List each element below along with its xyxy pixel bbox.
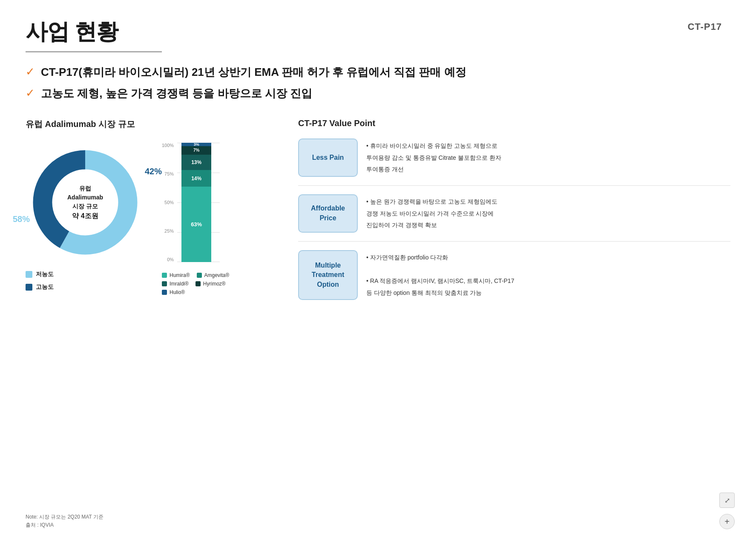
plus-icon: +: [724, 517, 730, 527]
expand-button[interactable]: ⤢: [719, 493, 735, 508]
vp-box-less-pain: Less Pain: [298, 138, 358, 177]
value-point-title: CT-P17 Value Point: [298, 118, 730, 128]
vp-card-affordable: AffordablePrice • 높은 원가 경쟁력을 바탕으로 고농도 제형…: [298, 194, 730, 242]
bar-label-4: 7%: [193, 148, 199, 153]
legend-imraldi: Imraldi®: [162, 281, 189, 287]
vp-label-affordable: AffordablePrice: [311, 204, 345, 223]
dot-amgevita: [197, 273, 202, 278]
bullet-section: ✓ CT-P17(휴미라 바이오시밀러) 21년 상반기 EMA 판매 허가 후…: [26, 64, 730, 101]
expand-icon: ⤢: [724, 496, 730, 505]
bar-label-1: 63%: [191, 221, 202, 228]
bar-seg-1: 63%: [181, 187, 211, 262]
note-line-2: 출처 : IQVIA: [26, 521, 103, 529]
ct-label: CT-P17: [687, 21, 722, 32]
bar-legend: Humira® Amgevita® Imraldi® Hyrimoz®: [162, 272, 247, 295]
check-icon-2: ✓: [26, 86, 35, 100]
stacked-bar: 63% 14% 13% 7%: [177, 143, 220, 262]
dot-hyrimoz: [195, 281, 201, 286]
right-panel: CT-P17 Value Point Less Pain • 휴미라 바이오시밀…: [298, 118, 730, 317]
vp-card-multiple: MultipleTreatmentOption • 자가면역질환 portfol…: [298, 250, 730, 308]
vp-label-multiple: MultipleTreatmentOption: [312, 261, 344, 289]
bar-chart-area: 100% 75% 50% 25% 0%: [162, 143, 247, 295]
left-panel: 유럽 Adalimumab 시장 규모 유럽: [26, 118, 273, 317]
donut-legend: 저농도 고농도: [26, 271, 153, 291]
bar-seg-4: 7%: [181, 146, 211, 155]
y-axis: 100% 75% 50% 25% 0%: [162, 143, 174, 262]
bullet-text-1: CT-P17(휴미라 바이오시밀러) 21년 상반기 EMA 판매 허가 후 유…: [41, 64, 466, 80]
legend-item-high: 고농도: [26, 283, 153, 291]
bar-seg-2: 14%: [181, 170, 211, 187]
donut-chart: 유럽 Adalimumab 시장 규모 약 4조원 58% 42%: [26, 143, 145, 262]
dot-imraldi: [162, 281, 167, 286]
bullet-item-2: ✓ 고농도 제형, 높은 가격 경쟁력 등을 바탕으로 시장 진입: [26, 86, 730, 101]
bullet-item-1: ✓ CT-P17(휴미라 바이오시밀러) 21년 상반기 EMA 판매 허가 후…: [26, 64, 730, 80]
legend-humira: Humira®: [162, 272, 190, 278]
bar-with-axis: 100% 75% 50% 25% 0%: [162, 143, 220, 262]
legend-dot-high: [26, 284, 32, 291]
legend-dot-low: [26, 271, 32, 278]
page-title: 사업 현황: [26, 17, 730, 47]
bar-seg-3: 13%: [181, 155, 211, 170]
legend-amgevita: Amgevita®: [197, 272, 230, 278]
bar-seg-5: 3%: [181, 143, 211, 146]
main-content: 유럽 Adalimumab 시장 규모 유럽: [26, 118, 730, 317]
vp-box-affordable: AffordablePrice: [298, 194, 358, 233]
legend-hulio: Hulio®: [162, 289, 185, 295]
bar-label-5: 3%: [194, 142, 199, 147]
vp-label-less-pain: Less Pain: [312, 153, 344, 162]
vp-content-affordable: • 높은 원가 경쟁력을 바탕으로 고농도 제형임에도 경쟁 저농도 바이오시밀…: [366, 194, 730, 233]
donut-center-text: 유럽 Adalimumab 시장 규모 약 4조원: [67, 184, 103, 221]
bar-label-3: 13%: [191, 159, 201, 165]
pct-42: 42%: [145, 167, 162, 176]
chart-combined: 유럽 Adalimumab 시장 규모 약 4조원 58% 42% 저농도: [26, 143, 273, 295]
bullet-text-2: 고농도 제형, 높은 가격 경쟁력 등을 바탕으로 시장 진입: [41, 86, 312, 101]
dot-humira: [162, 273, 167, 278]
bar-label-2: 14%: [191, 176, 201, 182]
check-icon-1: ✓: [26, 65, 35, 78]
legend-hyrimoz: Hyrimoz®: [195, 281, 226, 287]
vp-content-multiple: • 자가면역질환 portfolio 다각화 • RA 적응증에서 램시마IV,…: [366, 250, 730, 300]
left-section-title: 유럽 Adalimumab 시장 규모: [26, 118, 273, 130]
divider: [26, 51, 162, 52]
vp-box-multiple: MultipleTreatmentOption: [298, 250, 358, 300]
donut-area: 유럽 Adalimumab 시장 규모 약 4조원 58% 42% 저농도: [26, 143, 153, 291]
plus-button[interactable]: +: [719, 514, 735, 529]
note-section: Note: 시장 규모는 2Q20 MAT 기준 출처 : IQVIA: [26, 513, 103, 529]
legend-item-low: 저농도: [26, 271, 153, 278]
vp-content-less-pain: • 휴미라 바이오시밀러 중 유일한 고농도 제형으로 투여용량 감소 및 통증…: [366, 138, 730, 177]
note-line-1: Note: 시장 규모는 2Q20 MAT 기준: [26, 513, 103, 521]
vp-card-less-pain: Less Pain • 휴미라 바이오시밀러 중 유일한 고농도 제형으로 투여…: [298, 138, 730, 186]
pct-58: 58%: [13, 214, 30, 224]
dot-hulio: [162, 290, 167, 295]
